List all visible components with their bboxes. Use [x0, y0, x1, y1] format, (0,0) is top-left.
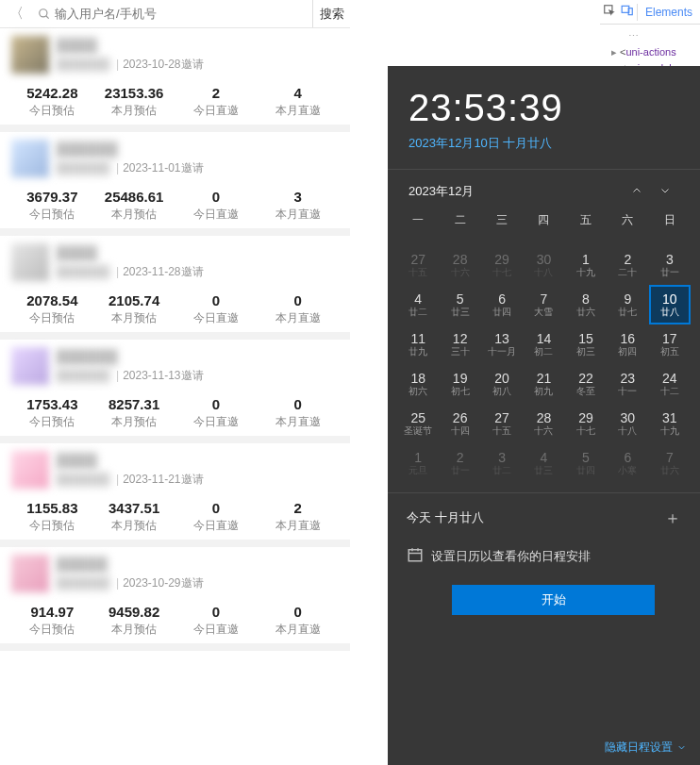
calendar-day[interactable]: 24十二 [649, 364, 691, 404]
calendar-day[interactable]: 21初九 [523, 364, 564, 404]
calendar-day[interactable]: 3廿二 [481, 443, 523, 483]
search-input[interactable] [55, 7, 307, 21]
user-card[interactable]: ███████████|2023-10-29邀请914.97今日预估9459.8… [0, 547, 350, 651]
search-button[interactable]: 搜索 [312, 0, 350, 27]
stat-label: 本月直邀 [257, 622, 339, 638]
stat-value: 2 [257, 500, 339, 516]
start-button[interactable]: 开始 [452, 585, 655, 615]
tab-elements[interactable]: Elements [638, 6, 700, 19]
calendar-day[interactable]: 26十四 [439, 404, 480, 443]
stat-value: 23153.36 [93, 85, 175, 101]
user-id: ██████ [57, 58, 110, 71]
stat-value: 914.97 [11, 604, 93, 620]
svg-line-1 [46, 15, 49, 18]
stat-label: 今日直邀 [175, 207, 258, 223]
user-card[interactable]: ██████████|2023-10-28邀请5242.28今日预估23153.… [0, 28, 350, 132]
prev-month-button[interactable] [623, 185, 651, 199]
calendar-day[interactable]: 11廿九 [397, 324, 439, 364]
clock-date[interactable]: 2023年12月10日 十月廿八 [408, 135, 679, 152]
device-toggle-icon[interactable] [619, 4, 638, 20]
stat-label: 今日直邀 [175, 518, 258, 534]
calendar-day[interactable]: 25圣诞节 [397, 404, 439, 443]
stat-label: 本月预估 [93, 622, 175, 638]
user-card[interactable]: ████████████|2023-11-13邀请1753.43今日预估8257… [0, 340, 350, 443]
calendar-day[interactable]: 12三十 [439, 324, 480, 364]
stat-value: 3 [257, 189, 339, 205]
calendar-day[interactable]: 4廿三 [523, 443, 564, 483]
user-card[interactable]: ██████████|2023-11-28邀请2078.54今日预估2105.7… [0, 236, 350, 340]
stat-value: 0 [175, 500, 258, 516]
stat-value: 3679.37 [11, 189, 93, 205]
calendar-day[interactable]: 29十七 [481, 245, 523, 285]
calendar-day[interactable]: 1十九 [565, 245, 607, 285]
calendar-day[interactable]: 18初六 [397, 364, 439, 404]
add-event-button[interactable]: ＋ [664, 507, 681, 529]
calendar-day[interactable]: 6廿四 [481, 285, 523, 324]
calendar-day[interactable]: 20初八 [481, 364, 523, 404]
calendar-day[interactable]: 14初二 [523, 324, 564, 364]
stat-cell: 3本月直邀 [257, 189, 339, 223]
calendar-day[interactable]: 10廿八 [649, 285, 691, 324]
user-card[interactable]: ██████████|2023-11-21邀请1155.83今日预估3437.5… [0, 443, 350, 547]
calendar-day[interactable]: 7大雪 [523, 285, 564, 324]
calendar-month[interactable]: 2023年12月 [408, 183, 623, 200]
calendar-day[interactable]: 4廿二 [397, 285, 439, 324]
calendar-day[interactable]: 7廿六 [649, 443, 691, 483]
calendar-day[interactable]: 29十七 [565, 404, 607, 443]
calendar-day[interactable]: 28十六 [523, 404, 564, 443]
calendar-day[interactable]: 16初四 [607, 324, 648, 364]
calendar-day[interactable]: 5廿四 [565, 443, 607, 483]
stat-value: 9459.82 [93, 604, 175, 620]
inspect-icon[interactable] [600, 4, 619, 20]
calendar-day[interactable]: 8廿六 [565, 285, 607, 324]
calendar-day[interactable]: 28十六 [439, 245, 480, 285]
dow-label: 日 [649, 209, 691, 236]
stat-cell: 1155.83今日预估 [11, 500, 93, 534]
svg-point-0 [40, 8, 47, 16]
calendar-day[interactable]: 31十九 [649, 404, 691, 443]
calendar-day[interactable]: 19初七 [439, 364, 480, 404]
calendar-day[interactable]: 30十八 [523, 245, 564, 285]
calendar-day[interactable]: 15初三 [565, 324, 607, 364]
stat-label: 今日预估 [11, 310, 93, 326]
calendar-day[interactable]: 27十五 [397, 245, 439, 285]
stat-label: 今日直邀 [175, 622, 258, 638]
stat-value: 1155.83 [11, 500, 93, 516]
calendar-day[interactable]: 6小寒 [607, 443, 648, 483]
agenda-today: 今天 十月廿八 [407, 509, 664, 526]
stat-cell: 9459.82本月预估 [93, 604, 175, 638]
calendar-day[interactable]: 30十八 [607, 404, 648, 443]
calendar-day[interactable]: 17初五 [649, 324, 691, 364]
user-id: ██████ [57, 473, 110, 486]
calendar-day[interactable]: 3廿一 [649, 245, 691, 285]
stat-cell: 0今日直邀 [175, 292, 258, 326]
stat-label: 本月预估 [93, 310, 175, 326]
stat-value: 0 [175, 189, 258, 205]
calendar-day[interactable]: 9廿七 [607, 285, 648, 324]
search-input-wrap[interactable] [32, 0, 312, 27]
back-button[interactable]: 〈 [0, 5, 32, 23]
calendar-day[interactable]: 1元旦 [397, 443, 439, 483]
calendar-day[interactable]: 23十一 [607, 364, 648, 404]
calendar-day[interactable]: 2二十 [607, 245, 648, 285]
avatar [11, 451, 49, 489]
stat-cell: 0本月直邀 [257, 604, 339, 638]
stat-cell: 4本月直邀 [257, 85, 339, 119]
devtools-panel: Elements ⋯ ▸<uni-actions ▸<uni-modal s [600, 0, 700, 66]
user-id: ██████ [57, 576, 110, 590]
next-month-button[interactable] [651, 185, 679, 199]
calendar-day[interactable]: 27十五 [481, 404, 523, 443]
stat-label: 今日预估 [11, 518, 93, 534]
user-list-panel: 〈 搜索 ██████████|2023-10-28邀请5242.28今日预估2… [0, 0, 350, 765]
stat-cell: 0今日直邀 [175, 396, 258, 430]
hide-agenda-link[interactable]: 隐藏日程设置 [605, 740, 687, 756]
user-id: ██████ [57, 369, 110, 382]
calendar-day[interactable]: 2廿一 [439, 443, 480, 483]
stat-value: 0 [257, 292, 339, 308]
calendar-day[interactable]: 5廿三 [439, 285, 480, 324]
user-card[interactable]: ████████████|2023-11-01邀请3679.37今日预估2548… [0, 132, 350, 236]
stat-label: 本月预估 [93, 207, 175, 223]
calendar-day[interactable]: 13十一月 [481, 324, 523, 364]
stat-value: 2078.54 [11, 292, 93, 308]
calendar-day[interactable]: 22冬至 [565, 364, 607, 404]
